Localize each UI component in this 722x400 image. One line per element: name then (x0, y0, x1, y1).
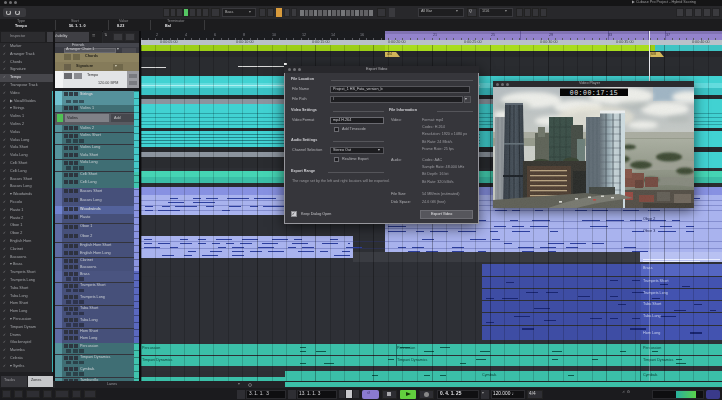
svg-text:00:00:17:15: 00:00:17:15 (570, 90, 618, 97)
